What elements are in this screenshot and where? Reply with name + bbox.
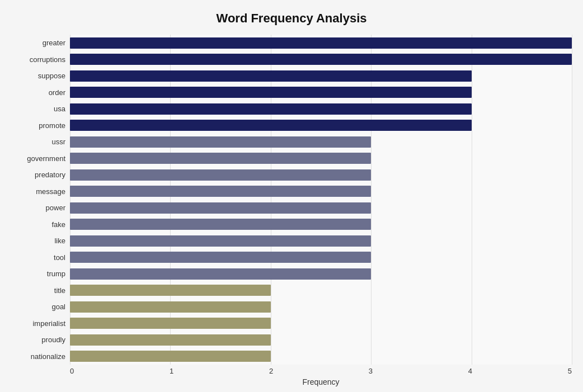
bar xyxy=(70,334,271,346)
bar-row xyxy=(70,333,572,347)
x-tick: 0 xyxy=(70,367,74,375)
grid-line xyxy=(572,35,572,365)
bar-row xyxy=(70,300,572,314)
bar xyxy=(70,285,271,296)
bar-row xyxy=(70,201,572,215)
y-label: usa xyxy=(54,102,65,116)
bar xyxy=(70,219,371,230)
bar xyxy=(70,70,472,82)
bar xyxy=(70,37,572,49)
bar xyxy=(70,268,371,280)
bar-row xyxy=(70,168,572,182)
bar xyxy=(70,169,371,181)
bar xyxy=(70,202,371,214)
chart-container: Word Frequency Analysis greatercorruptio… xyxy=(0,0,583,392)
bar-row xyxy=(70,316,572,330)
y-label: greater xyxy=(43,36,65,50)
grid-line xyxy=(271,35,271,365)
bar-row xyxy=(70,102,572,116)
x-axis-label: Frequency xyxy=(70,377,572,386)
chart-area: greatercorruptionssupposeorderusapromote… xyxy=(11,35,572,365)
y-label: promote xyxy=(39,118,65,133)
y-label: fake xyxy=(51,217,65,232)
x-tick: 3 xyxy=(369,367,373,375)
bar-row xyxy=(70,135,572,149)
y-label: title xyxy=(54,283,65,297)
bar-row xyxy=(70,349,572,363)
bar xyxy=(70,136,371,148)
x-tick: 4 xyxy=(468,367,472,375)
y-axis: greatercorruptionssupposeorderusapromote… xyxy=(11,35,70,365)
bar-row xyxy=(70,151,572,166)
grid-line xyxy=(371,35,372,365)
bar-row xyxy=(70,250,572,265)
grid-lines xyxy=(70,35,572,365)
bar-row xyxy=(70,36,572,50)
y-label: goal xyxy=(51,300,65,314)
bar-row xyxy=(70,283,572,297)
bar xyxy=(70,301,271,313)
x-tick-container: 012345 xyxy=(70,367,572,375)
bar-row xyxy=(70,85,572,100)
y-label: proudly xyxy=(41,333,65,347)
y-label: predatory xyxy=(35,168,65,182)
chart-title: Word Frequency Analysis xyxy=(11,11,572,26)
bar-row xyxy=(70,184,572,199)
bar xyxy=(70,186,371,197)
x-axis: 012345 xyxy=(70,367,572,375)
bar xyxy=(70,54,572,65)
grid-line xyxy=(70,35,70,365)
y-label: trump xyxy=(47,267,65,281)
bar xyxy=(70,87,472,98)
y-label: message xyxy=(36,184,65,199)
bar xyxy=(70,103,472,115)
grid-line xyxy=(170,35,171,365)
y-label: imperialist xyxy=(32,316,65,330)
bar xyxy=(70,153,371,164)
x-tick: 5 xyxy=(568,367,572,375)
y-label: ussr xyxy=(51,135,65,149)
y-label: like xyxy=(54,234,65,248)
y-label: government xyxy=(27,151,65,166)
y-label: nationalize xyxy=(31,349,65,363)
grid-line xyxy=(472,35,472,365)
bar-row xyxy=(70,267,572,281)
bar-row xyxy=(70,69,572,83)
bar xyxy=(70,235,371,247)
bar-row xyxy=(70,118,572,133)
bar xyxy=(70,120,472,131)
x-tick: 2 xyxy=(269,367,273,375)
y-label: tool xyxy=(54,250,65,265)
y-label: corruptions xyxy=(30,52,65,67)
y-label: power xyxy=(46,201,65,215)
bar xyxy=(70,252,371,263)
y-label: suppose xyxy=(38,69,65,83)
bar-row xyxy=(70,234,572,248)
bar xyxy=(70,351,271,362)
y-label: order xyxy=(49,85,65,100)
bar-row xyxy=(70,217,572,232)
plot-area xyxy=(70,35,572,365)
x-tick: 1 xyxy=(170,367,173,375)
bar-row xyxy=(70,52,572,67)
bar xyxy=(70,318,271,329)
